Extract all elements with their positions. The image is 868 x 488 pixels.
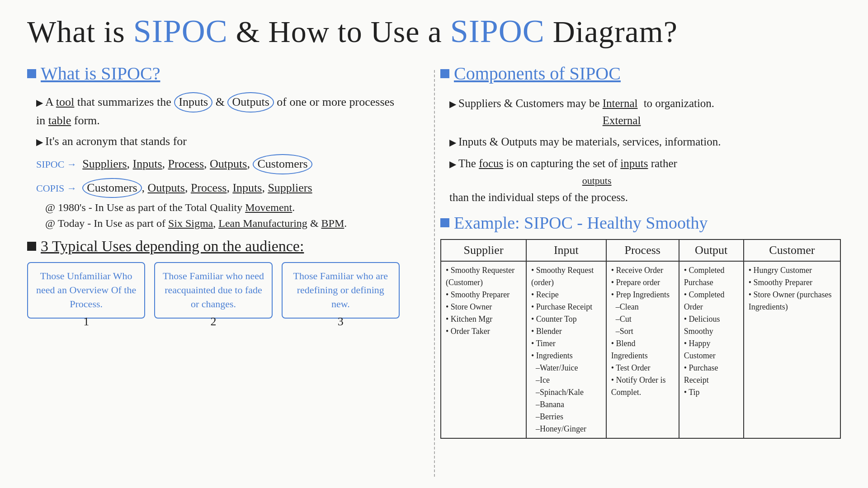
- vertical-divider: [434, 70, 435, 477]
- section-icon-1: [27, 69, 36, 78]
- left-column: What is SIPOC? A tool that summarizes th…: [27, 63, 418, 460]
- use-box-1: Those Unfamiliar Who need an Overview Of…: [27, 262, 145, 318]
- components-title: Components of SIPOC: [454, 63, 621, 84]
- typical-uses-header: 3 Typical Uses depending on the audience…: [27, 238, 400, 255]
- col-supplier: Supplier: [441, 239, 526, 261]
- sipoc-acronym: SIPOC → Suppliers, Inputs, Process, Outp…: [27, 154, 400, 174]
- use-box-2: Those Familiar who need reacquainted due…: [154, 262, 272, 318]
- use-box-num-1: 1: [83, 314, 89, 330]
- title-sipoc1: SIPOC: [133, 13, 228, 49]
- right-column: Components of SIPOC Suppliers & Customer…: [418, 63, 841, 460]
- supplier-cell: Smoothy Requester (Customer) Smoothy Pre…: [441, 261, 526, 438]
- output-cell: Completed Purchase Completed Order Delic…: [679, 261, 744, 438]
- section-icon-2: [440, 69, 449, 78]
- process-cell: Receive Order Prepare order Prep Ingredi…: [606, 261, 679, 438]
- section-icon-3: [440, 218, 449, 227]
- what-is-sipoc-header: What is SIPOC?: [27, 63, 400, 84]
- table-row: Smoothy Requester (Customer) Smoothy Pre…: [441, 261, 840, 438]
- main-page: What is SIPOC & How to Use a SIPOC Diagr…: [0, 0, 868, 488]
- components-header: Components of SIPOC: [440, 63, 841, 84]
- outputs-circled: Outputs: [227, 92, 274, 112]
- typical-uses-title: 3 Typical Uses depending on the audience…: [41, 238, 304, 255]
- customer-cell: Hungry Customer Smoothy Preparer Store O…: [744, 261, 840, 438]
- comp-bullet-3: The focus is on capturing the set of inp…: [440, 155, 841, 206]
- title-sipoc2: SIPOC: [450, 13, 545, 49]
- example-header: Example: SIPOC - Healthy Smoothy: [440, 213, 841, 233]
- col-input: Input: [526, 239, 606, 261]
- page-title: What is SIPOC & How to Use a SIPOC Diagr…: [27, 14, 841, 49]
- col-customer: Customer: [744, 239, 840, 261]
- comp-bullet-2: Inputs & Outputs may be materials, servi…: [440, 133, 841, 150]
- copis-acronym: COPIS → Customers, Outputs, Process, Inp…: [27, 178, 400, 198]
- use-box-num-3: 3: [338, 314, 344, 330]
- use-boxes-container: Those Unfamiliar Who need an Overview Of…: [27, 262, 400, 318]
- comp-bullet-1: Suppliers & Customers may be Internal Ex…: [440, 95, 841, 129]
- col-output: Output: [679, 239, 744, 261]
- input-cell: Smoothy Request (order) Recipe Purchase …: [526, 261, 606, 438]
- example-title: Example: SIPOC - Healthy Smoothy: [454, 213, 708, 233]
- inputs-circled: Inputs: [174, 92, 212, 112]
- col-process: Process: [606, 239, 679, 261]
- bullet-tool: A tool that summarizes the Inputs & Outp…: [27, 92, 400, 129]
- section-icon-uses: [27, 242, 36, 251]
- what-is-sipoc-title: What is SIPOC?: [41, 63, 160, 84]
- history-today: @ Today - In Use as part of Six Sigma, L…: [27, 217, 400, 230]
- use-box-3: Those Familiar who are redefining or def…: [282, 262, 400, 318]
- bullet-acronym: It's an acronym that stands for: [27, 133, 400, 150]
- sipoc-table: Supplier Input Process Output Customer S…: [440, 239, 841, 439]
- internal-external-label: Internal External: [603, 95, 641, 129]
- history-1980s: @ 1980's - In Use as part of the Total Q…: [27, 202, 400, 214]
- use-box-num-2: 2: [210, 314, 216, 330]
